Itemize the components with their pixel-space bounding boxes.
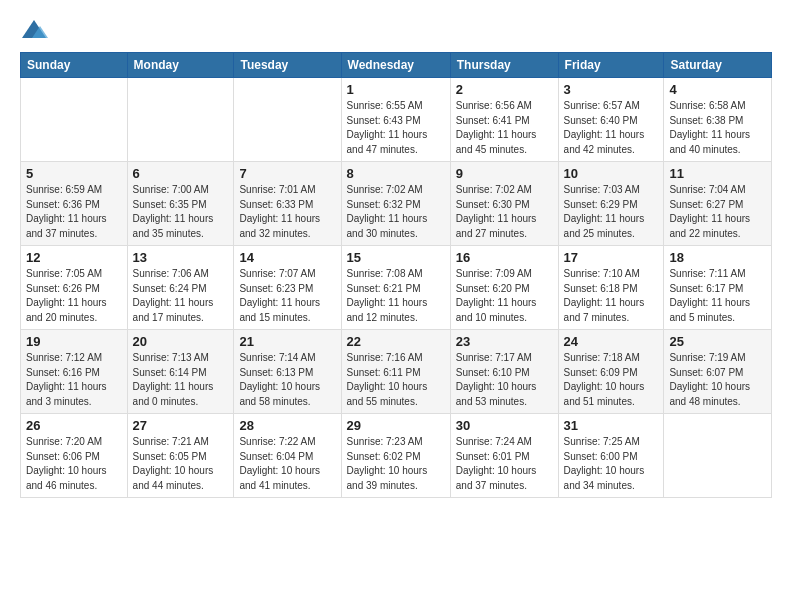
calendar-week-row: 12Sunrise: 7:05 AM Sunset: 6:26 PM Dayli… <box>21 246 772 330</box>
day-number: 19 <box>26 334 122 349</box>
day-number: 12 <box>26 250 122 265</box>
day-number: 1 <box>347 82 445 97</box>
calendar-cell <box>664 414 772 498</box>
day-number: 11 <box>669 166 766 181</box>
day-info: Sunrise: 7:18 AM Sunset: 6:09 PM Dayligh… <box>564 351 659 409</box>
day-number: 9 <box>456 166 553 181</box>
day-info: Sunrise: 7:19 AM Sunset: 6:07 PM Dayligh… <box>669 351 766 409</box>
calendar-cell: 18Sunrise: 7:11 AM Sunset: 6:17 PM Dayli… <box>664 246 772 330</box>
day-info: Sunrise: 7:22 AM Sunset: 6:04 PM Dayligh… <box>239 435 335 493</box>
day-info: Sunrise: 7:02 AM Sunset: 6:30 PM Dayligh… <box>456 183 553 241</box>
calendar-cell: 9Sunrise: 7:02 AM Sunset: 6:30 PM Daylig… <box>450 162 558 246</box>
calendar-week-row: 5Sunrise: 6:59 AM Sunset: 6:36 PM Daylig… <box>21 162 772 246</box>
calendar-cell: 22Sunrise: 7:16 AM Sunset: 6:11 PM Dayli… <box>341 330 450 414</box>
calendar-cell: 30Sunrise: 7:24 AM Sunset: 6:01 PM Dayli… <box>450 414 558 498</box>
day-info: Sunrise: 7:10 AM Sunset: 6:18 PM Dayligh… <box>564 267 659 325</box>
day-info: Sunrise: 7:05 AM Sunset: 6:26 PM Dayligh… <box>26 267 122 325</box>
day-info: Sunrise: 7:02 AM Sunset: 6:32 PM Dayligh… <box>347 183 445 241</box>
day-info: Sunrise: 6:56 AM Sunset: 6:41 PM Dayligh… <box>456 99 553 157</box>
calendar-cell: 19Sunrise: 7:12 AM Sunset: 6:16 PM Dayli… <box>21 330 128 414</box>
calendar-cell: 1Sunrise: 6:55 AM Sunset: 6:43 PM Daylig… <box>341 78 450 162</box>
day-number: 30 <box>456 418 553 433</box>
calendar-cell: 11Sunrise: 7:04 AM Sunset: 6:27 PM Dayli… <box>664 162 772 246</box>
day-info: Sunrise: 7:08 AM Sunset: 6:21 PM Dayligh… <box>347 267 445 325</box>
day-info: Sunrise: 6:58 AM Sunset: 6:38 PM Dayligh… <box>669 99 766 157</box>
day-number: 8 <box>347 166 445 181</box>
day-info: Sunrise: 7:25 AM Sunset: 6:00 PM Dayligh… <box>564 435 659 493</box>
calendar-cell: 25Sunrise: 7:19 AM Sunset: 6:07 PM Dayli… <box>664 330 772 414</box>
day-info: Sunrise: 7:00 AM Sunset: 6:35 PM Dayligh… <box>133 183 229 241</box>
day-info: Sunrise: 7:12 AM Sunset: 6:16 PM Dayligh… <box>26 351 122 409</box>
calendar-cell: 10Sunrise: 7:03 AM Sunset: 6:29 PM Dayli… <box>558 162 664 246</box>
weekday-header-row: SundayMondayTuesdayWednesdayThursdayFrid… <box>21 53 772 78</box>
calendar-cell: 13Sunrise: 7:06 AM Sunset: 6:24 PM Dayli… <box>127 246 234 330</box>
calendar-cell: 28Sunrise: 7:22 AM Sunset: 6:04 PM Dayli… <box>234 414 341 498</box>
day-info: Sunrise: 6:55 AM Sunset: 6:43 PM Dayligh… <box>347 99 445 157</box>
day-number: 29 <box>347 418 445 433</box>
calendar-table: SundayMondayTuesdayWednesdayThursdayFrid… <box>20 52 772 498</box>
day-number: 7 <box>239 166 335 181</box>
day-number: 5 <box>26 166 122 181</box>
day-number: 26 <box>26 418 122 433</box>
calendar-cell: 29Sunrise: 7:23 AM Sunset: 6:02 PM Dayli… <box>341 414 450 498</box>
calendar-cell: 6Sunrise: 7:00 AM Sunset: 6:35 PM Daylig… <box>127 162 234 246</box>
day-number: 21 <box>239 334 335 349</box>
day-number: 16 <box>456 250 553 265</box>
day-number: 23 <box>456 334 553 349</box>
day-number: 13 <box>133 250 229 265</box>
calendar-cell: 20Sunrise: 7:13 AM Sunset: 6:14 PM Dayli… <box>127 330 234 414</box>
day-info: Sunrise: 7:13 AM Sunset: 6:14 PM Dayligh… <box>133 351 229 409</box>
day-info: Sunrise: 7:21 AM Sunset: 6:05 PM Dayligh… <box>133 435 229 493</box>
header <box>20 16 772 44</box>
calendar-cell: 17Sunrise: 7:10 AM Sunset: 6:18 PM Dayli… <box>558 246 664 330</box>
day-number: 25 <box>669 334 766 349</box>
logo-icon <box>20 16 48 44</box>
calendar-cell: 5Sunrise: 6:59 AM Sunset: 6:36 PM Daylig… <box>21 162 128 246</box>
weekday-header: Friday <box>558 53 664 78</box>
day-number: 3 <box>564 82 659 97</box>
day-number: 18 <box>669 250 766 265</box>
calendar-cell: 4Sunrise: 6:58 AM Sunset: 6:38 PM Daylig… <box>664 78 772 162</box>
day-info: Sunrise: 7:03 AM Sunset: 6:29 PM Dayligh… <box>564 183 659 241</box>
day-number: 6 <box>133 166 229 181</box>
calendar-cell: 2Sunrise: 6:56 AM Sunset: 6:41 PM Daylig… <box>450 78 558 162</box>
calendar-cell: 21Sunrise: 7:14 AM Sunset: 6:13 PM Dayli… <box>234 330 341 414</box>
day-info: Sunrise: 7:23 AM Sunset: 6:02 PM Dayligh… <box>347 435 445 493</box>
day-number: 28 <box>239 418 335 433</box>
calendar-cell: 12Sunrise: 7:05 AM Sunset: 6:26 PM Dayli… <box>21 246 128 330</box>
weekday-header: Sunday <box>21 53 128 78</box>
day-number: 22 <box>347 334 445 349</box>
calendar-cell: 31Sunrise: 7:25 AM Sunset: 6:00 PM Dayli… <box>558 414 664 498</box>
logo <box>20 16 52 44</box>
day-info: Sunrise: 6:59 AM Sunset: 6:36 PM Dayligh… <box>26 183 122 241</box>
weekday-header: Thursday <box>450 53 558 78</box>
day-info: Sunrise: 7:04 AM Sunset: 6:27 PM Dayligh… <box>669 183 766 241</box>
day-number: 27 <box>133 418 229 433</box>
day-number: 31 <box>564 418 659 433</box>
day-info: Sunrise: 7:06 AM Sunset: 6:24 PM Dayligh… <box>133 267 229 325</box>
calendar-cell <box>127 78 234 162</box>
calendar-cell: 27Sunrise: 7:21 AM Sunset: 6:05 PM Dayli… <box>127 414 234 498</box>
day-info: Sunrise: 6:57 AM Sunset: 6:40 PM Dayligh… <box>564 99 659 157</box>
calendar-container: SundayMondayTuesdayWednesdayThursdayFrid… <box>0 0 792 508</box>
weekday-header: Tuesday <box>234 53 341 78</box>
calendar-cell <box>21 78 128 162</box>
weekday-header: Monday <box>127 53 234 78</box>
calendar-week-row: 19Sunrise: 7:12 AM Sunset: 6:16 PM Dayli… <box>21 330 772 414</box>
calendar-cell: 26Sunrise: 7:20 AM Sunset: 6:06 PM Dayli… <box>21 414 128 498</box>
day-number: 4 <box>669 82 766 97</box>
day-info: Sunrise: 7:09 AM Sunset: 6:20 PM Dayligh… <box>456 267 553 325</box>
calendar-cell: 23Sunrise: 7:17 AM Sunset: 6:10 PM Dayli… <box>450 330 558 414</box>
day-number: 24 <box>564 334 659 349</box>
calendar-cell: 24Sunrise: 7:18 AM Sunset: 6:09 PM Dayli… <box>558 330 664 414</box>
day-number: 20 <box>133 334 229 349</box>
day-info: Sunrise: 7:01 AM Sunset: 6:33 PM Dayligh… <box>239 183 335 241</box>
day-number: 10 <box>564 166 659 181</box>
day-number: 14 <box>239 250 335 265</box>
day-number: 15 <box>347 250 445 265</box>
weekday-header: Wednesday <box>341 53 450 78</box>
calendar-week-row: 1Sunrise: 6:55 AM Sunset: 6:43 PM Daylig… <box>21 78 772 162</box>
calendar-cell <box>234 78 341 162</box>
day-info: Sunrise: 7:17 AM Sunset: 6:10 PM Dayligh… <box>456 351 553 409</box>
calendar-cell: 14Sunrise: 7:07 AM Sunset: 6:23 PM Dayli… <box>234 246 341 330</box>
